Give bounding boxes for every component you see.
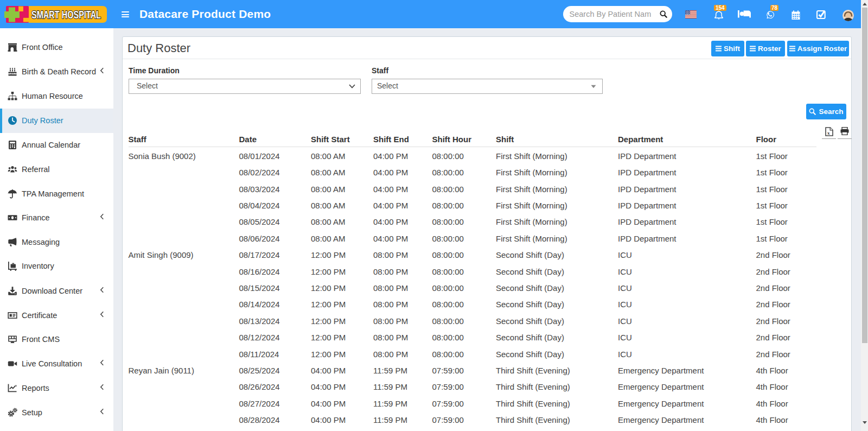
svg-text:SMART HOSPITAL: SMART HOSPITAL	[31, 9, 101, 21]
svg-text:x: x	[827, 130, 830, 136]
